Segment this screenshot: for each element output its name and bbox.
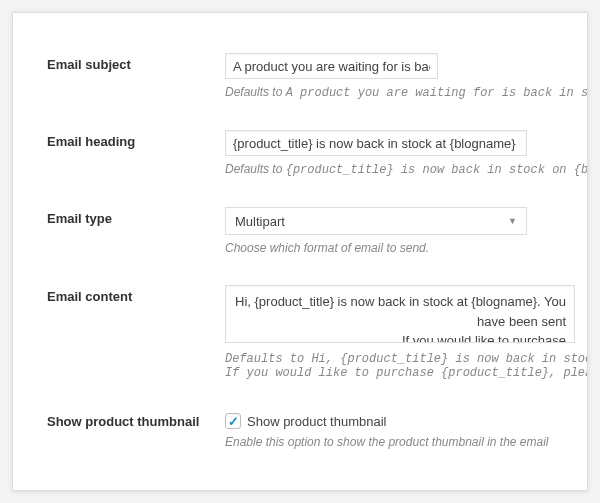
hint-email-content: Defaults to Hi, {product_title} is now b…: [225, 352, 587, 380]
control-email-heading: Defaults to {product_title} is now back …: [225, 130, 587, 177]
hint-code: A product you are waiting for is back in…: [286, 86, 587, 100]
row-email-heading: Email heading Defaults to {product_title…: [47, 130, 587, 177]
show-thumbnail-checkbox[interactable]: ✓: [225, 413, 241, 429]
row-email-type: Email type Multipart ▼ Choose which form…: [47, 207, 587, 255]
row-email-subject: Email subject Defaults to A product you …: [47, 53, 587, 100]
email-type-select[interactable]: Multipart ▼: [225, 207, 527, 235]
label-email-heading: Email heading: [47, 130, 225, 149]
hint-prefix: Defaults to: [225, 162, 286, 176]
control-email-type: Multipart ▼ Choose which format of email…: [225, 207, 587, 255]
label-email-subject: Email subject: [47, 53, 225, 72]
hint-email-subject: Defaults to A product you are waiting fo…: [225, 85, 587, 100]
checkbox-label: Show product thumbnail: [247, 414, 386, 429]
checkbox-row: ✓ Show product thumbnail: [225, 413, 587, 429]
select-value: Multipart: [235, 214, 285, 229]
hint-email-heading: Defaults to {product_title} is now back …: [225, 162, 587, 177]
hint-code: {product_title} is now back in stock on …: [286, 163, 587, 177]
settings-panel: Email subject Defaults to A product you …: [12, 12, 588, 491]
email-heading-input[interactable]: [225, 130, 527, 156]
label-email-type: Email type: [47, 207, 225, 226]
control-email-content: Hi, {product_title} is now back in stock…: [225, 285, 587, 380]
row-email-content: Email content Hi, {product_title} is now…: [47, 285, 587, 380]
control-email-subject: Defaults to A product you are waiting fo…: [225, 53, 587, 100]
email-subject-input[interactable]: [225, 53, 438, 79]
label-show-thumbnail: Show product thumbnail: [47, 410, 225, 429]
email-content-textarea[interactable]: Hi, {product_title} is now back in stock…: [225, 285, 575, 343]
hint-code-line: Defaults to Hi, {product_title} is now b…: [225, 352, 587, 366]
label-email-content: Email content: [47, 285, 225, 304]
hint-show-thumbnail: Enable this option to show the product t…: [225, 435, 587, 449]
hint-email-type: Choose which format of email to send.: [225, 241, 587, 255]
hint-prefix: Defaults to: [225, 85, 286, 99]
caret-down-icon: ▼: [508, 216, 517, 226]
control-show-thumbnail: ✓ Show product thumbnail Enable this opt…: [225, 410, 587, 449]
row-show-thumbnail: Show product thumbnail ✓ Show product th…: [47, 410, 587, 449]
hint-code-line: If you would like to purchase {product_t…: [225, 366, 587, 380]
